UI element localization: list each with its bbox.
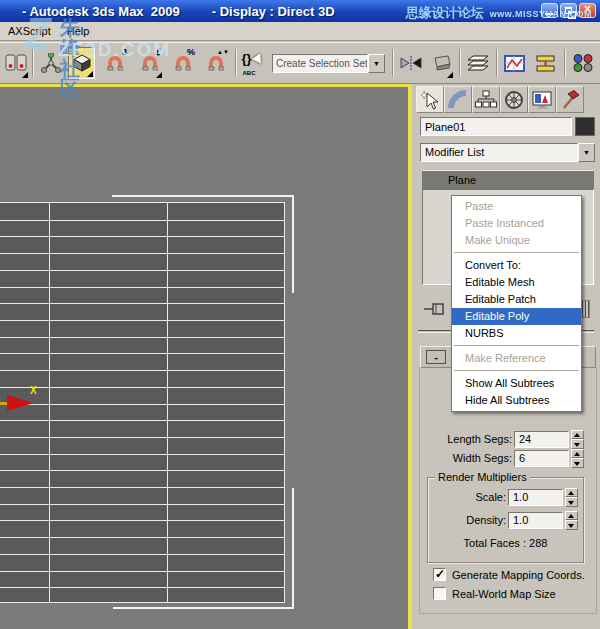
menu-item-editable-poly[interactable]: Editable Poly	[452, 308, 581, 325]
layers-icon	[467, 55, 489, 72]
width-segs-spinner[interactable]	[571, 449, 584, 468]
modifier-list-dropdown: Modifier List ▼	[420, 143, 595, 162]
cube-toggle-button[interactable]	[68, 47, 95, 79]
total-faces-value: 288	[529, 537, 547, 549]
generate-mapping-coords-label: Generate Mapping Coords.	[452, 569, 585, 581]
spinner-snap-button[interactable]: ▲▼	[202, 47, 229, 79]
hierarchy-icon	[475, 90, 497, 110]
tab-display[interactable]	[528, 86, 556, 113]
density-input[interactable]	[508, 512, 563, 529]
minimize-button[interactable]	[541, 3, 558, 18]
scale-label: Scale:	[475, 491, 506, 503]
close-button[interactable]: ×	[579, 3, 596, 18]
cube-icon	[72, 54, 92, 72]
menu-maxscript[interactable]: AXScript	[0, 23, 59, 39]
layer-manager-button[interactable]	[464, 47, 491, 79]
selection-set-dropdown-button[interactable]: ▼	[368, 54, 385, 73]
density-spinner[interactable]	[565, 511, 578, 530]
menu-help[interactable]: Help	[59, 23, 98, 39]
total-faces-row: Total Faces : 288	[428, 537, 583, 549]
tab-create[interactable]	[416, 86, 444, 113]
angle-snap-magnet-icon	[142, 55, 158, 72]
use-center-icon	[5, 54, 27, 72]
snaps-toggle-button[interactable]: 3	[101, 47, 128, 79]
real-world-map-size-label: Real-World Map Size	[452, 588, 556, 600]
pin-icon	[424, 302, 446, 316]
restore-button[interactable]	[560, 3, 577, 18]
pin-stack-button[interactable]	[422, 298, 448, 320]
menu-item-editable-patch[interactable]: Editable Patch	[452, 291, 581, 308]
named-selection-sets-icon: {} ABC	[242, 51, 266, 75]
selection-set-field[interactable]: Create Selection Set	[272, 54, 368, 73]
spinner-snap-superscript: ▲▼	[217, 49, 229, 55]
percent-snap-button[interactable]: %	[169, 47, 196, 79]
restore-icon	[565, 7, 572, 14]
length-segs-row: Length Segs:	[412, 430, 584, 448]
menu-item-paste[interactable]: Paste	[452, 198, 581, 215]
schematic-view-button[interactable]	[532, 47, 559, 79]
viewport[interactable]: X	[0, 84, 412, 629]
menu-item-convert-to[interactable]: Convert To:	[452, 257, 581, 274]
main-toolbar: 3 ∠ % ▲▼	[0, 42, 600, 84]
real-world-map-size-checkbox[interactable]	[433, 587, 446, 600]
x-axis-arrow[interactable]	[7, 395, 34, 411]
menu-item-show-all-subtrees[interactable]: Show All Subtrees	[452, 375, 581, 392]
angle-snap-superscript: ∠	[154, 47, 162, 57]
selection-bracket-bottom	[113, 607, 294, 609]
curve-editor-button[interactable]	[501, 47, 528, 79]
tab-utilities[interactable]	[556, 86, 584, 113]
menu-bar: AXScript Help	[0, 22, 600, 41]
density-row: Density:	[428, 511, 578, 529]
width-segs-input[interactable]	[514, 450, 569, 467]
select-and-manipulate-button[interactable]	[37, 47, 64, 79]
tab-motion[interactable]	[500, 86, 528, 113]
length-segs-spinner[interactable]	[571, 430, 584, 449]
window-controls: ×	[541, 3, 596, 18]
material-editor-icon	[573, 54, 593, 72]
curve-editor-icon	[504, 55, 525, 72]
render-multipliers-group: Render Multipliers Scale: Density: Total…	[427, 477, 584, 563]
angle-snap-button[interactable]: ∠	[136, 47, 163, 79]
modifier-list-dropdown-button[interactable]: ▼	[578, 143, 595, 162]
menu-item-editable-mesh[interactable]: Editable Mesh	[452, 274, 581, 291]
scale-spinner[interactable]	[565, 488, 578, 507]
named-selection-sets-button[interactable]: {} ABC	[240, 47, 267, 79]
material-editor-button[interactable]	[569, 47, 596, 79]
object-color-swatch[interactable]	[575, 117, 595, 136]
modifier-list-field[interactable]: Modifier List	[420, 143, 578, 162]
modify-icon	[448, 90, 468, 110]
menu-item-hide-all-subtrees[interactable]: Hide All Subtrees	[452, 392, 581, 409]
command-panel-tabs	[416, 86, 584, 113]
menu-item-make-reference[interactable]: Make Reference	[452, 350, 581, 367]
menu-item-make-unique[interactable]: Make Unique	[452, 232, 581, 249]
spinner-snap-magnet-icon	[208, 55, 224, 72]
object-name-input[interactable]	[420, 117, 572, 136]
rollout-collapse-button[interactable]: -	[426, 350, 446, 364]
generate-mapping-coords-checkbox[interactable]	[433, 568, 446, 581]
use-center-button[interactable]	[2, 47, 29, 79]
modifier-stack-item-plane[interactable]: Plane	[422, 170, 594, 189]
window-title: - Autodesk 3ds Max 2009	[22, 4, 180, 19]
density-label: Density:	[466, 514, 506, 526]
display-monitor-icon	[532, 90, 552, 110]
active-viewport-border-top	[0, 84, 412, 87]
tab-modify[interactable]	[444, 86, 472, 113]
close-icon: ×	[580, 2, 595, 16]
menu-separator	[454, 345, 579, 346]
quad-context-menu: Paste Paste Instanced Make Unique Conver…	[451, 195, 582, 412]
snap-3d-superscript: 3	[122, 47, 127, 57]
snap-magnet-icon	[107, 55, 123, 72]
length-segs-input[interactable]	[514, 431, 569, 448]
align-button[interactable]	[427, 47, 454, 79]
generate-mapping-coords-row: Generate Mapping Coords.	[433, 568, 585, 581]
mirror-button[interactable]	[397, 47, 424, 79]
menu-item-nurbs[interactable]: NURBS	[452, 325, 581, 342]
mirror-icon	[400, 55, 422, 71]
width-segs-label: Width Segs:	[453, 452, 512, 464]
tab-hierarchy[interactable]	[472, 86, 500, 113]
selection-bracket-top	[112, 195, 294, 197]
toolbar-separator	[235, 49, 237, 77]
scale-input[interactable]	[508, 489, 563, 506]
menu-item-paste-instanced[interactable]: Paste Instanced	[452, 215, 581, 232]
selection-bracket-top-right	[292, 195, 294, 293]
